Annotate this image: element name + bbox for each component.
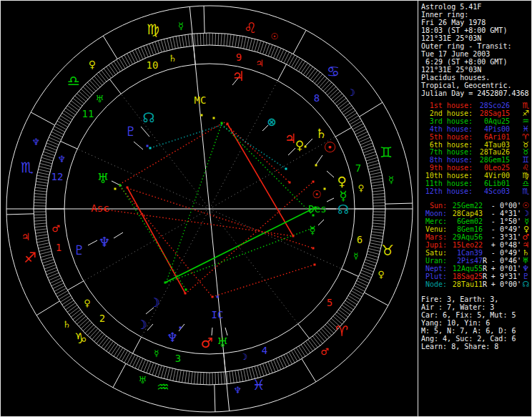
svg-text:Des: Des (308, 203, 326, 215)
planet-label: Venu: (420, 225, 447, 233)
house-cusp-value: 4Sco03 (473, 188, 510, 196)
svg-text:5: 5 (327, 297, 332, 308)
svg-text:6: 6 (357, 234, 363, 245)
planet-velocity: + 0°48' (488, 241, 521, 249)
retrograde-flag (483, 249, 488, 257)
house-cusp-list: 1st house:28Sco26♏2nd house:28Sag15♐3rd … (418, 102, 531, 196)
svg-text:♇: ♇ (125, 124, 137, 139)
svg-text:♓: ♓ (252, 376, 265, 393)
planet-position-value: 18Sag25 (447, 273, 483, 280)
svg-text:♅: ♅ (97, 170, 109, 186)
house-system: Placidus houses. (418, 74, 531, 82)
planet-position-value: 12Aqu55 (447, 265, 483, 273)
house-cusp-value: 6Ari01 (473, 134, 510, 142)
svg-text:♅: ♅ (217, 335, 228, 350)
retrograde-flag: R (483, 273, 488, 280)
zodiac-sign-icon: ♏ (522, 188, 529, 196)
inner-ring-date: Fri 26 May 1978 (418, 19, 531, 26)
outer-ring-label: Outer ring - Transit: (418, 42, 531, 50)
svg-text:♆: ♆ (233, 385, 242, 396)
svg-text:♄: ♄ (315, 126, 327, 141)
retrograde-flag (483, 210, 488, 217)
svg-text:9: 9 (236, 51, 242, 63)
retrograde-flag (483, 225, 488, 233)
house-row: 4th house:4Pis00♓ (418, 126, 531, 134)
svg-text:♊: ♊ (380, 144, 393, 161)
svg-text:♀: ♀ (337, 174, 346, 189)
planet-row: Moon:28Cap43- 4°31'☽ (418, 210, 531, 217)
house-label: 12th house: (418, 188, 473, 196)
planet-velocity: - 0°49' (488, 225, 521, 233)
svg-text:♀: ♀ (358, 183, 365, 193)
svg-text:♃: ♃ (285, 131, 296, 146)
planet-position-value: 6Gem02 (447, 217, 483, 225)
planet-velocity: - 0°46' (488, 257, 521, 265)
svg-text:2: 2 (99, 313, 105, 324)
julian-day: Julian Day = 2452807.4368 (418, 89, 531, 97)
info-panel: Astrolog 5.41F Inner ring: Fri 26 May 19… (418, 1, 531, 417)
svg-text:♎: ♎ (67, 72, 80, 89)
svg-text:♆: ♆ (167, 330, 178, 345)
svg-text:☿: ☿ (353, 251, 358, 261)
svg-text:♂: ♂ (51, 223, 60, 234)
planet-row: Plut:18Sag25R+ 9°31'♇ (418, 273, 531, 280)
retrograde-flag: R (483, 280, 488, 288)
retrograde-flag (483, 233, 488, 241)
house-row: 5th house:6Ari01♈ (418, 134, 531, 142)
svg-text:8: 8 (314, 92, 320, 104)
svg-text:♈: ♈ (335, 323, 348, 340)
planet-row: Node:28Tau11R+ 0°00'☊ (418, 280, 531, 288)
svg-text:☉: ☉ (323, 139, 336, 156)
inner-ring-location: 121°31E 25°03N (418, 34, 531, 42)
planet-label: Merc: (420, 217, 447, 225)
svg-text:☿: ☿ (178, 21, 184, 31)
outer-ring-time: 6:29 (ST +8:00 GMT) (418, 58, 531, 66)
svg-text:IC: IC (212, 309, 224, 320)
svg-text:☿: ☿ (388, 175, 394, 185)
svg-text:♋: ♋ (327, 63, 340, 80)
svg-text:12: 12 (51, 171, 64, 182)
svg-text:☽: ☽ (347, 87, 355, 98)
outer-ring-location: 121°31E 25°03N (418, 66, 531, 74)
stats-mnad: M: 5, N: 7, A: 6, D: 6 (418, 327, 531, 335)
svg-text:☿: ☿ (154, 348, 159, 358)
planet-position-list: Sun:25Gem22- 0°00'☉Moon:28Cap43- 4°31'☽M… (418, 202, 531, 288)
svg-text:10: 10 (147, 59, 159, 71)
planet-position-value: 25Gem22 (447, 202, 483, 210)
planet-label: Nept: (420, 265, 447, 273)
svg-text:♇: ♇ (74, 242, 85, 257)
planet-position-value: 8Gem16 (447, 225, 483, 233)
svg-text:♆: ♆ (31, 137, 40, 147)
svg-text:☿: ☿ (339, 188, 347, 203)
planet-velocity: - 0°49' (488, 249, 521, 257)
retrograde-flag (483, 202, 488, 210)
svg-text:♒: ♒ (157, 378, 169, 396)
svg-text:♍: ♍ (147, 21, 159, 38)
svg-text:3: 3 (175, 353, 181, 364)
retrograde-flag: R (483, 265, 488, 273)
planet-row: Venu:8Gem16- 0°49'♀ (418, 225, 531, 233)
svg-text:☊: ☊ (338, 202, 349, 217)
svg-text:☊: ☊ (143, 109, 155, 125)
svg-text:♃: ♃ (232, 68, 244, 84)
svg-text:11: 11 (82, 108, 94, 119)
retrograde-flag: R (483, 257, 488, 265)
svg-text:♐: ♐ (24, 249, 36, 266)
svg-text:☿: ☿ (309, 224, 315, 237)
planet-label: Node: (420, 280, 447, 288)
svg-text:♏: ♏ (21, 159, 34, 176)
svg-text:7: 7 (355, 162, 361, 174)
svg-text:♂: ♂ (320, 346, 329, 357)
degree-markers (104, 114, 326, 329)
outer-ring-date: Tue 17 June 2003 (418, 50, 531, 58)
chart-info: Astrolog 5.41F Inner ring: Fri 26 May 19… (418, 3, 531, 97)
house-label: 4th house: (418, 126, 473, 134)
svg-text:♆: ♆ (98, 234, 110, 250)
svg-text:☽: ☽ (149, 295, 159, 310)
planet-label: Mars: (420, 233, 447, 241)
svg-text:☽: ☽ (240, 352, 248, 362)
stats-fire-earth: Fire: 3, Earth: 3, (418, 295, 531, 303)
stats-yang-yin: Yang: 10, Yin: 6 (418, 319, 531, 327)
house-label: 5th house: (418, 134, 473, 142)
stats-learn-share: Learn: 8, Share: 8 (418, 343, 531, 350)
